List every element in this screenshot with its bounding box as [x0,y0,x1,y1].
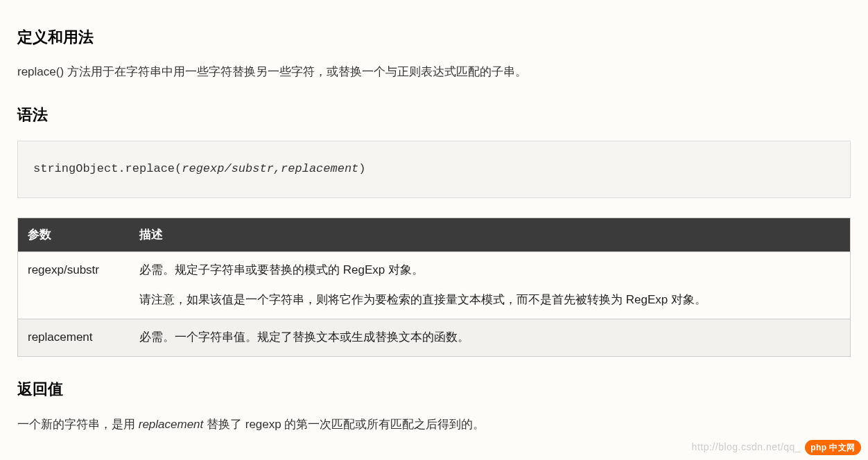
watermark-logo: php 中文网 [805,440,861,455]
param-desc-line: 请注意，如果该值是一个字符串，则将它作为要检索的直接量文本模式，而不是首先被转换… [139,290,840,310]
table-header-row: 参数 描述 [18,218,851,252]
code-object: stringObject.replace( [33,162,182,175]
return-post: 替换了 regexp 的第一次匹配或所有匹配之后得到的。 [203,418,485,431]
table-row: regexp/substr 必需。规定子字符串或要替换的模式的 RegExp 对… [18,252,851,319]
param-desc-line: 必需。规定子字符串或要替换的模式的 RegExp 对象。 [139,260,840,281]
return-italic: replacement [139,418,204,431]
param-desc-line: 必需。一个字符串值。规定了替换文本或生成替换文本的函数。 [139,328,840,348]
code-args: regexp/substr,replacement [182,162,358,175]
heading-definition: 定义和用法 [17,24,851,50]
params-table: 参数 描述 regexp/substr 必需。规定子字符串或要替换的模式的 Re… [17,218,851,357]
param-desc: 必需。规定子字符串或要替换的模式的 RegExp 对象。 请注意，如果该值是一个… [130,252,851,319]
watermark-url: http://blog.csdn.net/qq_ [692,439,801,456]
syntax-code-block: stringObject.replace(regexp/substr,repla… [17,141,851,198]
watermark: http://blog.csdn.net/qq_ php 中文网 [692,439,861,456]
code-close: ) [358,162,365,175]
param-name: replacement [18,319,130,357]
param-name: regexp/substr [18,252,130,319]
heading-syntax: 语法 [17,102,851,127]
heading-return: 返回值 [17,376,851,402]
return-pre: 一个新的字符串，是用 [17,418,139,431]
table-row: replacement 必需。一个字符串值。规定了替换文本或生成替换文本的函数。 [18,319,851,357]
return-text: 一个新的字符串，是用 replacement 替换了 regexp 的第一次匹配… [17,415,851,435]
definition-text: replace() 方法用于在字符串中用一些字符替换另一些字符，或替换一个与正则… [17,62,851,82]
th-param: 参数 [18,218,130,252]
param-desc: 必需。一个字符串值。规定了替换文本或生成替换文本的函数。 [130,319,851,357]
th-desc: 描述 [130,218,851,252]
